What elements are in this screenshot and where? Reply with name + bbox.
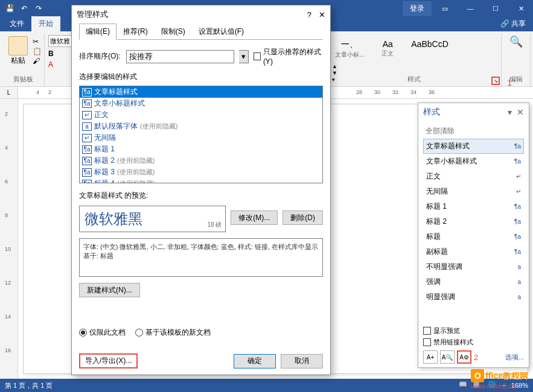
find-icon[interactable]: 🔍 [505, 35, 526, 48]
options-link[interactable]: 选项... [505, 353, 524, 362]
style-list-item[interactable]: a默认段落字体 (使用前隐藏) [80, 121, 322, 132]
share-button[interactable]: 🔗 共享 [493, 16, 533, 31]
clear-all-button[interactable]: 全部清除 [423, 124, 524, 139]
style-gallery-item[interactable]: Aa正文 [369, 36, 406, 62]
styles-label: 样式 [327, 74, 501, 85]
style-list-item[interactable]: ¶a文章小标题样式 [80, 98, 322, 109]
styles-pane-item[interactable]: 标题 1¶a [423, 199, 524, 214]
sort-order-dropdown-icon[interactable]: ▾ [239, 50, 249, 63]
close-icon[interactable]: ✕ [509, 0, 533, 17]
ok-button[interactable]: 确定 [234, 354, 276, 368]
dialog-tabs: 编辑(E) 推荐(R) 限制(S) 设置默认值(F) [79, 24, 323, 40]
radio-this-document-label: 仅限此文档 [89, 327, 126, 338]
redo-icon[interactable]: ↷ [34, 4, 43, 13]
styles-pane-item[interactable]: 标题¶a [423, 229, 524, 244]
styles-pane-item[interactable]: 正文↵ [423, 169, 524, 184]
undo-icon[interactable]: ↶ [19, 4, 29, 13]
styles-pane-item[interactable]: 强调a [423, 274, 524, 289]
style-preview-box: 微软雅黑 18 磅 [79, 206, 226, 232]
format-painter-icon[interactable]: 🖌 [33, 57, 42, 65]
tab-restrict[interactable]: 限制(S) [155, 24, 192, 40]
font-color-icon[interactable]: A [48, 60, 53, 69]
dialog-close-icon[interactable]: ✕ [319, 10, 325, 19]
page-info: 第 1 页，共 1 页 [5, 381, 53, 390]
status-bar: 第 1 页，共 1 页 📖 ▦ 🌐 − 168% [0, 379, 533, 392]
pane-close-icon[interactable]: ✕ [517, 107, 524, 117]
dialog-help-icon[interactable]: ? [307, 10, 311, 19]
manage-styles-icon[interactable]: A⚙ [457, 350, 471, 364]
styles-pane-title: 样式 [423, 107, 440, 118]
styles-pane-item[interactable]: 明显强调a [423, 289, 524, 305]
styles-pane: 样式 ▾ ✕ 全部清除 文章标题样式¶a文章小标题样式¶a正文↵无间隔↵标题 1… [418, 103, 529, 368]
delete-button[interactable]: 删除(D) [282, 210, 323, 225]
read-mode-icon[interactable]: 📖 [459, 381, 468, 390]
show-recommended-label: 只显示推荐的样式(Y) [263, 47, 323, 66]
edit-group: 🔍 编辑 [502, 34, 531, 86]
bold-icon[interactable]: B [48, 49, 54, 58]
dialog-title: 管理样式 [77, 9, 108, 20]
clipboard-label: 剪贴板 [6, 74, 40, 85]
tab-defaults[interactable]: 设置默认值(F) [192, 24, 251, 40]
paste-label: 粘贴 [11, 55, 25, 66]
sort-order-label: 排序顺序(O): [79, 51, 121, 62]
pane-dropdown-icon[interactable]: ▾ [508, 107, 512, 117]
annotation-2: 2 [474, 353, 478, 362]
paste-icon [8, 36, 28, 55]
style-list-item[interactable]: ¶a标题 1 [80, 144, 322, 155]
watermark: Office教程网 www.office2.cn [471, 369, 528, 390]
vertical-ruler: 246810121416 [0, 99, 18, 379]
tab-file[interactable]: 文件 [2, 16, 31, 31]
styles-pane-item[interactable]: 副标题¶a [423, 244, 524, 259]
copy-icon[interactable]: 📋 [33, 47, 42, 55]
style-list-item[interactable]: ↵无间隔 [80, 132, 322, 144]
styles-pane-item[interactable]: 无间隔↵ [423, 184, 524, 199]
disable-linked-label: 禁用链接样式 [433, 338, 473, 347]
style-gallery-item[interactable]: 一、文章小标... [331, 36, 368, 62]
style-list-item[interactable]: ↵正文 [80, 109, 322, 121]
import-export-button[interactable]: 导入/导出(X)... [79, 353, 138, 368]
styles-more-icon[interactable]: ▲ [332, 63, 337, 69]
style-gallery-item[interactable]: AaBbCcD [407, 36, 452, 62]
tab-home[interactable]: 开始 [31, 16, 60, 31]
styles-pane-item[interactable]: 不明显强调a [423, 259, 524, 274]
sort-order-select[interactable] [126, 50, 234, 63]
styles-group: 一、文章小标...Aa正文AaBbCcD ▲ ▼ ▾ 样式 ↘ 1 [327, 34, 502, 86]
style-preview-size: 18 磅 [207, 221, 222, 229]
maximize-icon[interactable]: ☐ [484, 0, 508, 17]
style-list[interactable]: ¶a文章标题样式 ¶a文章小标题样式 ↵正文 a默认段落字体 (使用前隐藏)↵无… [79, 86, 323, 183]
save-icon[interactable]: 💾 [5, 4, 14, 13]
ribbon-display-icon[interactable]: ▭ [433, 0, 457, 17]
radio-this-document[interactable] [79, 329, 87, 337]
style-list-item[interactable]: ¶a文章标题样式 [80, 86, 322, 98]
paste-button[interactable]: 粘贴 [6, 35, 30, 67]
cancel-button[interactable]: 取消 [281, 354, 323, 368]
styles-pane-item[interactable]: 文章小标题样式¶a [423, 154, 524, 169]
style-list-item[interactable]: ¶a标题 3 (使用前隐藏) [80, 166, 322, 178]
style-description: 字体: (中文) 微软雅黑, 小二, 非加粗, 字体颜色: 蓝色, 样式: 链接… [79, 238, 323, 277]
login-button[interactable]: 登录 [403, 1, 432, 16]
minimize-icon[interactable]: — [458, 0, 482, 17]
edit-label: 编辑 [505, 74, 526, 85]
styles-pane-item[interactable]: 标题 2¶a [423, 214, 524, 229]
tab-recommend[interactable]: 推荐(R) [116, 24, 155, 40]
show-preview-checkbox[interactable] [423, 327, 431, 335]
show-recommended-checkbox[interactable] [254, 52, 261, 60]
radio-template[interactable] [135, 329, 143, 337]
styles-pane-item[interactable]: 文章标题样式¶a [423, 139, 524, 154]
disable-linked-checkbox[interactable] [423, 338, 431, 346]
ruler-corner: L [0, 87, 18, 98]
style-inspector-icon[interactable]: A🔍 [440, 350, 455, 364]
style-list-item[interactable]: ¶a标题 2 (使用前隐藏) [80, 155, 322, 166]
style-list-item[interactable]: ¶a标题 4 (使用前隐藏) [80, 178, 322, 183]
new-style-icon[interactable]: A+ [423, 350, 438, 364]
tab-edit[interactable]: 编辑(E) [79, 24, 116, 40]
watermark-logo-icon: O [471, 369, 484, 382]
modify-button[interactable]: 修改(M)... [231, 210, 278, 225]
styles-launcher[interactable]: ↘ [491, 77, 500, 85]
dialog-titlebar: 管理样式 ? ✕ [72, 5, 330, 24]
manage-styles-dialog: 管理样式 ? ✕ 编辑(E) 推荐(R) 限制(S) 设置默认值(F) 排序顺序… [71, 5, 331, 375]
new-style-button[interactable]: 新建样式(N)... [79, 283, 140, 297]
font-group: B A [45, 34, 74, 86]
cut-icon[interactable]: ✂ [33, 37, 42, 46]
select-style-label: 选择要编辑的样式 [79, 72, 323, 82]
